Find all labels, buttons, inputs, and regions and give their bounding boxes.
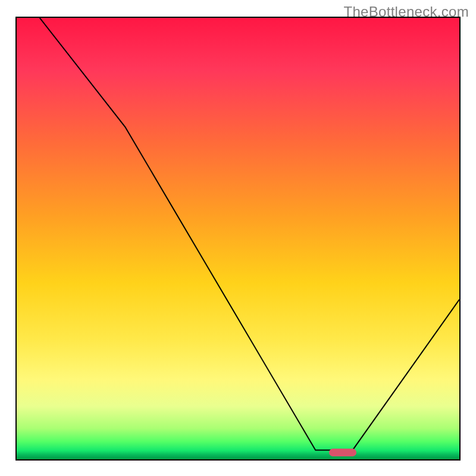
optimal-range-marker: [329, 449, 357, 456]
plot-area: [15, 17, 461, 461]
figure: TheBottleneck.com: [0, 0, 476, 476]
bottleneck-curve: [17, 18, 459, 459]
bottleneck-curve-path: [40, 18, 459, 450]
